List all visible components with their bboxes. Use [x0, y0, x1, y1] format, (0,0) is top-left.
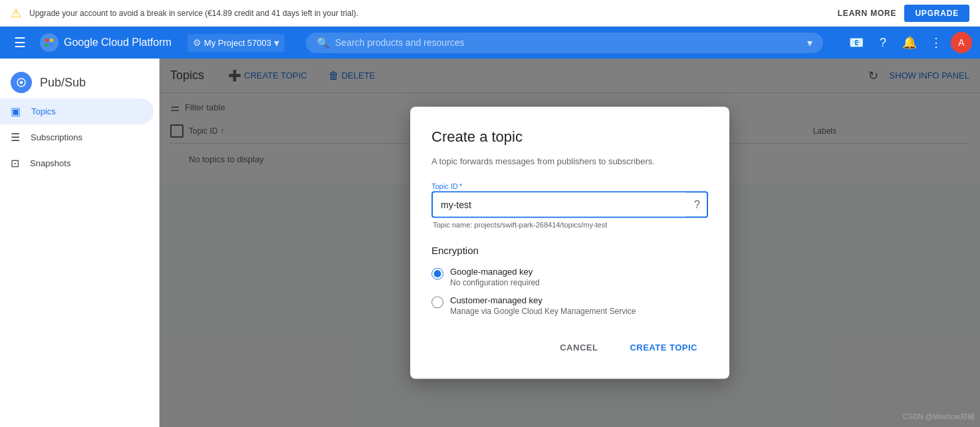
more-icon[interactable]: ⋮ [924, 31, 948, 55]
svg-rect-4 [50, 43, 53, 47]
dialog-title: Create a topic [431, 128, 708, 146]
search-input[interactable] [335, 37, 802, 48]
top-nav: ☰ Google Cloud Platform ⚙ My Project 570… [0, 27, 980, 59]
svg-rect-3 [45, 43, 49, 47]
sidebar-item-subscriptions[interactable]: ☰ Subscriptions [0, 124, 154, 150]
content-area: Topics ➕ CREATE TOPIC 🗑 DELETE ↻ SHOW IN… [160, 59, 980, 427]
customer-managed-radio[interactable] [431, 297, 443, 309]
svg-point-6 [20, 81, 23, 84]
sidebar-title: Pub/Sub [40, 76, 86, 90]
dialog-description: A topic forwards messages from publisher… [431, 156, 708, 166]
upgrade-button[interactable]: UPGRADE [904, 5, 969, 22]
sidebar-item-snapshots[interactable]: ⊡ Snapshots [0, 150, 154, 176]
project-name: My Project 57003 [204, 38, 271, 48]
nav-logo: Google Cloud Platform [40, 33, 172, 52]
search-icon: 🔍 [316, 37, 330, 49]
banner-message: Upgrade your account to avoid a break in… [29, 9, 358, 18]
customer-managed-label-group: Customer-managed key Manage via Google C… [450, 295, 636, 316]
google-managed-label: Google-managed key [450, 267, 540, 277]
topic-id-input[interactable] [433, 193, 687, 217]
banner-actions: LEARN MORE UPGRADE [838, 5, 969, 22]
pubsub-logo-icon [15, 76, 27, 88]
main-layout: Pub/Sub ▣ Topics ☰ Subscriptions ⊡ Snaps… [0, 59, 980, 427]
subscriptions-icon: ☰ [11, 131, 20, 144]
project-dropdown-icon: ▾ [274, 37, 279, 49]
upgrade-banner: ⚠ Upgrade your account to avoid a break … [0, 0, 980, 27]
sidebar-item-topics[interactable]: ▣ Topics [0, 98, 154, 124]
required-indicator: * [459, 182, 462, 190]
sidebar-item-snapshots-label: Snapshots [30, 158, 70, 168]
project-icon: ⚙ [193, 37, 201, 48]
notification-icon[interactable]: 🔔 [898, 31, 921, 55]
sidebar-header: Pub/Sub [0, 64, 159, 98]
learn-more-button[interactable]: LEARN MORE [838, 9, 897, 18]
nav-logo-text: Google Cloud Platform [64, 37, 172, 49]
dialog-actions: CANCEL CREATE TOPIC [431, 337, 708, 358]
topic-id-input-wrapper: ? [431, 192, 708, 218]
google-managed-key-option: Google-managed key No configuration requ… [431, 267, 708, 287]
customer-managed-label: Customer-managed key [450, 295, 636, 305]
topic-id-help-icon[interactable]: ? [687, 194, 707, 216]
customer-managed-sublabel: Manage via Google Cloud Key Management S… [450, 307, 636, 316]
sidebar-item-subscriptions-label: Subscriptions [31, 132, 82, 142]
search-dropdown-icon: ▾ [807, 37, 812, 49]
create-topic-submit-button[interactable]: CREATE TOPIC [619, 337, 708, 358]
nav-right-icons: 📧 ? 🔔 ⋮ A [844, 31, 972, 55]
avatar[interactable]: A [951, 32, 972, 53]
warning-icon: ⚠ [11, 6, 21, 21]
svg-rect-1 [45, 39, 49, 42]
google-managed-label-group: Google-managed key No configuration requ… [450, 267, 540, 287]
google-managed-radio[interactable] [431, 268, 443, 280]
search-bar[interactable]: 🔍 ▾ [306, 33, 823, 53]
topic-id-label: Topic ID * [431, 182, 708, 190]
gcp-logo-icon [40, 33, 59, 52]
create-topic-dialog: Create a topic A topic forwards messages… [410, 107, 729, 379]
svg-point-0 [40, 33, 59, 52]
customer-managed-key-option: Customer-managed key Manage via Google C… [431, 295, 708, 316]
svg-rect-2 [50, 39, 53, 42]
help-icon[interactable]: ? [871, 31, 895, 55]
banner-left: ⚠ Upgrade your account to avoid a break … [11, 6, 358, 21]
sidebar: Pub/Sub ▣ Topics ☰ Subscriptions ⊡ Snaps… [0, 59, 160, 427]
snapshots-icon: ⊡ [11, 157, 19, 170]
pubsub-icon [11, 72, 32, 93]
watermark: CSDN @Moshow郑锅 [903, 412, 975, 422]
topic-name-hint: Topic name: projects/swift-park-268414/t… [431, 221, 708, 229]
encryption-section-title: Encryption [431, 245, 708, 256]
google-managed-sublabel: No configuration required [450, 278, 540, 287]
project-selector[interactable]: ⚙ My Project 57003 ▾ [187, 34, 285, 52]
menu-icon[interactable]: ☰ [8, 31, 32, 55]
topics-icon: ▣ [11, 105, 21, 118]
email-icon[interactable]: 📧 [844, 31, 868, 55]
cancel-button[interactable]: CANCEL [549, 337, 608, 358]
sidebar-item-topics-label: Topics [31, 106, 56, 116]
topic-id-field: Topic ID * ? Topic name: projects/swift-… [431, 182, 708, 229]
